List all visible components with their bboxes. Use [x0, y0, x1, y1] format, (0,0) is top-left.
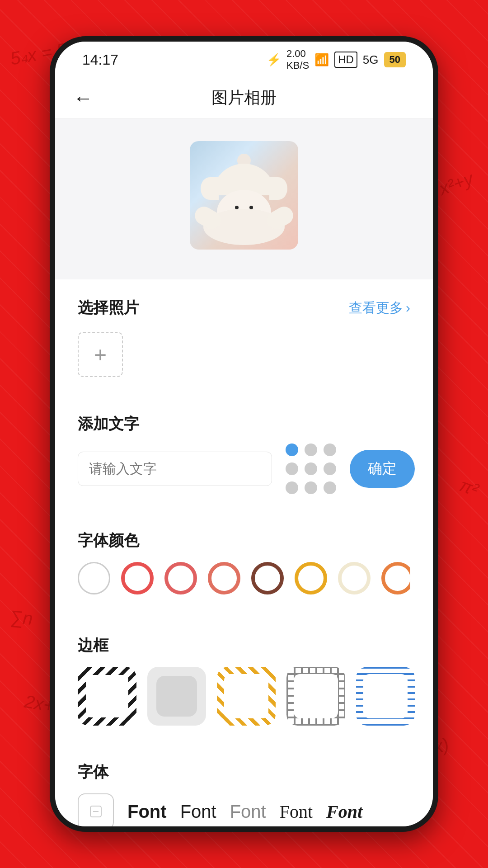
speed-indicator: 2.00KB/S [286, 48, 309, 71]
font-color-label: 字体颜色 [78, 532, 139, 549]
color-white[interactable] [78, 562, 110, 594]
sheep-ear-right [269, 177, 287, 200]
wifi-icon: 📶 [314, 53, 329, 67]
font-label: 字体 [78, 763, 108, 780]
add-text-section: 添加文字 确定 [55, 396, 433, 512]
frame-plain[interactable] [147, 667, 206, 726]
bluetooth-icon: ⚡ [267, 53, 281, 67]
dot-2-2 [305, 462, 317, 475]
frame-plain-inner [156, 676, 197, 717]
frame-plaid[interactable] [286, 667, 345, 726]
status-time: 14:17 [82, 52, 118, 68]
dot-3-3 [324, 481, 336, 494]
dot-1-1 [286, 443, 298, 456]
border-section: 边框 [55, 617, 433, 744]
back-button[interactable]: ← [73, 87, 93, 109]
see-more-text: 查看更多 [349, 299, 403, 317]
color-brown[interactable] [251, 562, 284, 594]
select-photo-header: 选择照片 查看更多 › [78, 297, 410, 318]
font-medium[interactable]: Font [180, 802, 216, 822]
image-preview-area [55, 118, 433, 272]
frame-gold[interactable] [217, 667, 276, 726]
nav-bar: ← 图片相册 [55, 78, 433, 118]
font-italic-bold[interactable]: Font [326, 801, 362, 822]
hd-icon: HD [334, 52, 357, 68]
dot-2-1 [286, 462, 298, 475]
dot-2-3 [324, 462, 336, 475]
font-light[interactable]: Font [230, 802, 266, 822]
dot-grid [286, 443, 336, 494]
frame-diagonal[interactable] [78, 667, 136, 726]
select-photo-label: 选择照片 [78, 297, 139, 318]
text-input[interactable] [78, 452, 272, 486]
dot-3-2 [305, 481, 317, 494]
phone-frame: 14:17 ⚡ 2.00KB/S 📶 HD 5G 50 ← 图片相册 [50, 36, 438, 832]
color-gold[interactable] [295, 562, 327, 594]
color-row [78, 562, 410, 599]
confirm-button[interactable]: 确定 [350, 450, 415, 488]
font-serif[interactable]: Font [280, 801, 313, 822]
battery-indicator: 50 [384, 52, 406, 67]
status-bar: 14:17 ⚡ 2.00KB/S 📶 HD 5G 50 [55, 42, 433, 78]
color-red2[interactable] [164, 562, 197, 594]
select-photo-section: 选择照片 查看更多 › + [55, 279, 433, 396]
status-icons: ⚡ 2.00KB/S 📶 HD 5G 50 [267, 48, 406, 71]
dot-3-1 [286, 481, 298, 494]
sheep-ear-left [201, 177, 219, 200]
frame-blue[interactable] [356, 667, 415, 726]
font-reset-button[interactable] [78, 793, 114, 830]
preview-image [190, 141, 298, 250]
color-red1[interactable] [121, 562, 154, 594]
dot-1-3 [324, 443, 336, 456]
signal-icon: 5G [363, 53, 379, 67]
add-text-label: 添加文字 [78, 415, 139, 432]
color-cream[interactable] [338, 562, 371, 594]
see-more-button[interactable]: 查看更多 › [349, 299, 410, 317]
add-photo-button[interactable]: + [78, 332, 123, 377]
chevron-right-icon: › [406, 300, 410, 316]
section-separator-1 [55, 272, 433, 279]
font-bold[interactable]: Font [127, 802, 167, 822]
font-section: 字体 Font Font Font Font Font [55, 744, 433, 832]
dot-1-2 [305, 443, 317, 456]
color-salmon[interactable] [208, 562, 240, 594]
reset-icon [87, 802, 105, 821]
page-title: 图片相册 [211, 87, 277, 109]
frame-row [78, 667, 410, 726]
border-label: 边框 [78, 637, 108, 654]
text-input-row: 确定 [78, 443, 410, 494]
font-row: Font Font Font Font Font [78, 793, 410, 830]
font-color-section: 字体颜色 [55, 512, 433, 617]
color-orange[interactable] [381, 562, 410, 594]
